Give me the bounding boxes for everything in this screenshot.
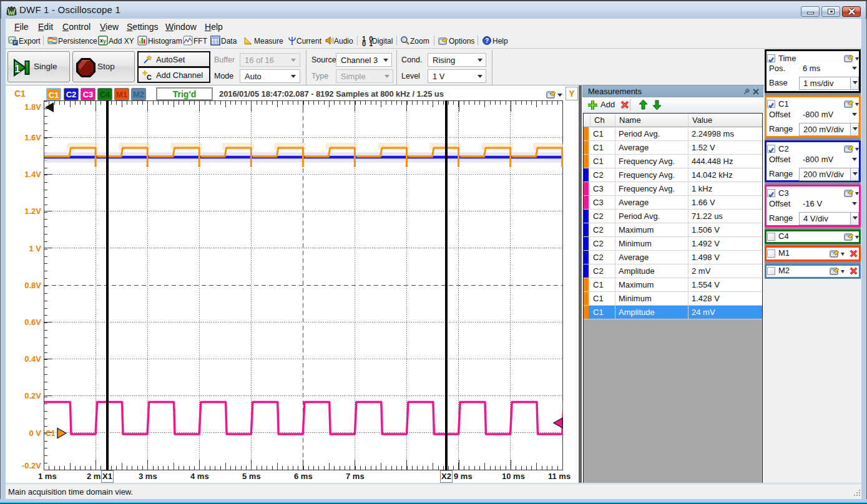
svg-text:y: y	[103, 38, 106, 44]
svg-text:?: ?	[485, 37, 489, 44]
svg-text:1: 1	[14, 63, 20, 75]
svg-text:C: C	[147, 74, 152, 81]
svg-text:C1: C1	[46, 429, 56, 438]
